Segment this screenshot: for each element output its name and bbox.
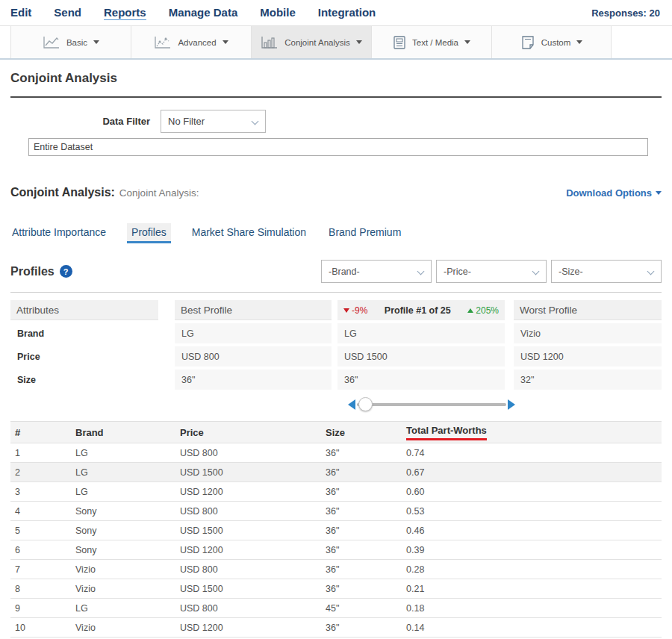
table-row[interactable]: 6SonyUSD 120036"0.39 bbox=[10, 540, 662, 560]
cell-total: 0.60 bbox=[402, 482, 662, 502]
tab-attribute-importance[interactable]: Attribute Importance bbox=[10, 223, 108, 243]
cell-brand: Sony bbox=[71, 521, 175, 540]
triangle-down-icon bbox=[343, 308, 349, 313]
part-worths-table: # Brand Price Size Total Part-Worths 1LG… bbox=[10, 421, 662, 639]
cell-num: 1 bbox=[10, 443, 71, 463]
cell-price: USD 1200 bbox=[175, 618, 321, 638]
tab-brand-premium[interactable]: Brand Premium bbox=[327, 223, 402, 243]
col-header-size: Size bbox=[321, 422, 402, 443]
download-options-button[interactable]: Download Options bbox=[566, 187, 662, 199]
toolbar-basic[interactable]: Basic bbox=[10, 26, 131, 58]
profile-cards: Attributes Brand Price Size Best Profile… bbox=[10, 300, 662, 390]
table-row[interactable]: 10VizioUSD 120036"0.14 bbox=[10, 618, 662, 638]
profile-down-percent: -9% bbox=[343, 305, 367, 316]
page-title: Conjoint Analysis bbox=[10, 71, 662, 86]
slider-track[interactable] bbox=[357, 403, 506, 406]
best-profile-header: Best Profile bbox=[175, 300, 332, 320]
cell-price: USD 800 bbox=[175, 599, 321, 618]
cell-total: 0.46 bbox=[402, 521, 662, 540]
menu-item-mobile[interactable]: Mobile bbox=[260, 6, 296, 20]
tab-market-share-simulation[interactable]: Market Share Simulation bbox=[190, 223, 308, 243]
profile-slider[interactable] bbox=[348, 397, 515, 412]
worst-profile-value: Vizio bbox=[514, 323, 662, 343]
table-row[interactable]: 8VizioUSD 150036"0.21 bbox=[10, 579, 662, 599]
slider-handle[interactable] bbox=[358, 397, 373, 411]
current-profile-header: -9% Profile #1 of 25 205% bbox=[337, 300, 505, 320]
caret-down-icon bbox=[464, 40, 470, 44]
menu-item-integration[interactable]: Integration bbox=[318, 6, 376, 20]
best-profile-value: 36" bbox=[175, 370, 332, 390]
caret-down-icon bbox=[576, 40, 582, 44]
download-options-label: Download Options bbox=[566, 187, 652, 199]
cell-price: USD 800 bbox=[175, 502, 321, 521]
attribute-selectors: -Brand- -Price- -Size- bbox=[321, 260, 662, 283]
tab-profiles[interactable]: Profiles bbox=[127, 223, 171, 243]
toolbar-advanced[interactable]: Advanced bbox=[131, 26, 251, 58]
table-row[interactable]: 9LGUSD 80045"0.18 bbox=[10, 599, 662, 618]
toolbar-advanced-label: Advanced bbox=[178, 38, 216, 47]
brand-select-value: -Brand- bbox=[329, 266, 360, 277]
cell-size: 36" bbox=[321, 463, 402, 482]
menu-item-edit[interactable]: Edit bbox=[10, 6, 31, 20]
cell-price: USD 800 bbox=[175, 560, 321, 579]
cell-total: 0.21 bbox=[402, 579, 662, 599]
toolbar-custom-label: Custom bbox=[541, 38, 571, 47]
report-title: Conjoint Analysis: bbox=[10, 186, 115, 199]
help-icon[interactable]: ? bbox=[60, 265, 72, 278]
table-row[interactable]: 2LGUSD 150036"0.67 bbox=[10, 463, 662, 482]
table-row[interactable]: 5SonyUSD 150036"0.46 bbox=[10, 521, 662, 540]
report-subtitle: Conjoint Analysis: bbox=[119, 187, 199, 199]
slider-left-arrow-icon[interactable] bbox=[348, 399, 355, 410]
cell-brand: Sony bbox=[71, 540, 175, 560]
best-profile-value: LG bbox=[175, 323, 332, 343]
cell-brand: Vizio bbox=[71, 618, 175, 638]
cell-price: USD 1500 bbox=[175, 463, 321, 482]
data-filter-row: Data Filter No Filter bbox=[10, 110, 662, 133]
cell-size: 36" bbox=[321, 618, 402, 638]
col-header-num: # bbox=[10, 422, 71, 443]
profiles-title: Profiles bbox=[10, 265, 55, 278]
toolbar-conjoint-analysis[interactable]: Conjoint Analysis bbox=[251, 26, 371, 58]
attributes-column: Attributes Brand Price Size bbox=[10, 300, 158, 390]
data-filter-selected-value: No Filter bbox=[168, 116, 205, 127]
cell-num: 7 bbox=[10, 560, 71, 579]
brand-select[interactable]: -Brand- bbox=[321, 260, 432, 283]
attribute-name: Brand bbox=[10, 323, 158, 343]
toolbar-custom[interactable]: Custom bbox=[491, 26, 612, 58]
best-profile-column: Best Profile LG USD 800 36" bbox=[175, 300, 332, 390]
document-icon bbox=[393, 35, 406, 50]
dataset-input[interactable] bbox=[28, 138, 648, 156]
size-select[interactable]: -Size- bbox=[551, 260, 662, 283]
menu-item-manage-data[interactable]: Manage Data bbox=[169, 6, 238, 20]
menu-item-reports[interactable]: Reports bbox=[104, 6, 146, 20]
cell-total: 0.67 bbox=[402, 463, 662, 482]
table-row[interactable]: 4SonyUSD 80036"0.53 bbox=[10, 502, 662, 521]
cell-size: 36" bbox=[321, 482, 402, 502]
col-header-brand: Brand bbox=[71, 422, 175, 443]
bar-chart-icon bbox=[261, 35, 279, 50]
toolbar-text-media[interactable]: Text / Media bbox=[371, 26, 491, 58]
cell-size: 36" bbox=[321, 502, 402, 521]
data-filter-select[interactable]: No Filter bbox=[161, 110, 266, 133]
cell-num: 8 bbox=[10, 579, 71, 599]
cell-size: 36" bbox=[321, 560, 402, 579]
price-select-value: -Price- bbox=[444, 266, 471, 277]
table-header-row: # Brand Price Size Total Part-Worths bbox=[10, 422, 662, 443]
chevron-down-icon bbox=[532, 268, 540, 275]
table-row[interactable]: 1LGUSD 80036"0.74 bbox=[10, 443, 662, 463]
col-header-total-part-worths: Total Part-Worths bbox=[402, 422, 662, 443]
line-chart-icon bbox=[43, 35, 60, 50]
cell-brand: LG bbox=[71, 443, 175, 463]
table-row[interactable]: 3LGUSD 120036"0.60 bbox=[10, 482, 662, 502]
current-profile-value: USD 1500 bbox=[337, 346, 505, 367]
cell-num: 4 bbox=[10, 502, 71, 521]
attributes-header: Attributes bbox=[10, 300, 158, 320]
cell-price: USD 1500 bbox=[175, 579, 321, 599]
cell-price: USD 1200 bbox=[175, 482, 321, 502]
cell-total: 0.53 bbox=[402, 502, 662, 521]
menu-item-send[interactable]: Send bbox=[54, 6, 81, 20]
table-row[interactable]: 7VizioUSD 80036"0.28 bbox=[10, 560, 662, 579]
slider-right-arrow-icon[interactable] bbox=[508, 399, 515, 410]
cell-total: 0.14 bbox=[402, 618, 662, 638]
price-select[interactable]: -Price- bbox=[436, 260, 547, 283]
